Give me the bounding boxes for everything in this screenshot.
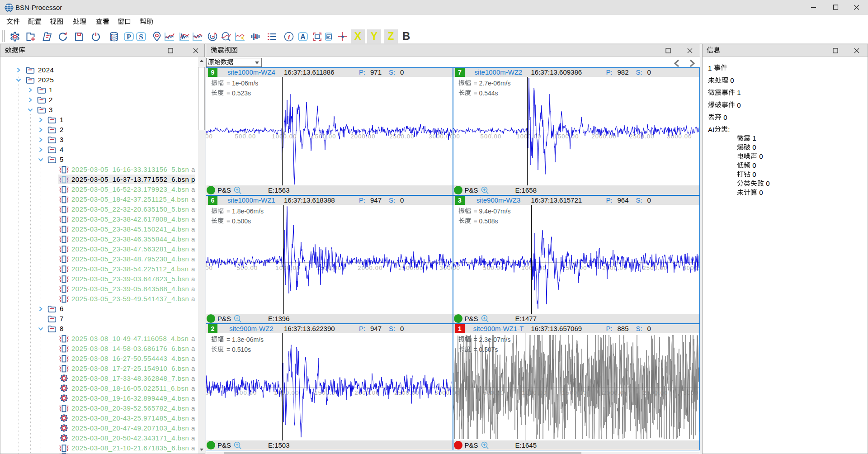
- svg-text:2500.00: 2500.00: [398, 265, 423, 271]
- svg-text:2000.00: 2000.00: [358, 265, 382, 271]
- svg-text:i: i: [288, 33, 290, 41]
- svg-text:1500.00: 1500.00: [314, 389, 339, 396]
- svg-text:P: P: [127, 33, 131, 41]
- svg-text:A: A: [300, 33, 306, 41]
- svg-text:1000.00: 1000.00: [275, 265, 300, 271]
- svg-text:3000.00: 3000.00: [434, 389, 452, 396]
- svg-text:1000.00: 1000.00: [516, 133, 541, 140]
- svg-text:0.00: 0.00: [453, 133, 460, 140]
- svg-text:500.00: 500.00: [480, 133, 501, 140]
- svg-text:3000.00: 3000.00: [667, 133, 692, 140]
- svg-text:500.00: 500.00: [235, 133, 256, 140]
- svg-text:2500.00: 2500.00: [389, 133, 414, 140]
- svg-text:0.00: 0.00: [206, 133, 213, 140]
- svg-text:500.00: 500.00: [483, 265, 504, 271]
- svg-text:2000.00: 2000.00: [350, 133, 375, 140]
- svg-text:2500.00: 2500.00: [642, 265, 667, 271]
- svg-text:S: S: [139, 33, 143, 41]
- svg-text:500.00: 500.00: [237, 265, 258, 271]
